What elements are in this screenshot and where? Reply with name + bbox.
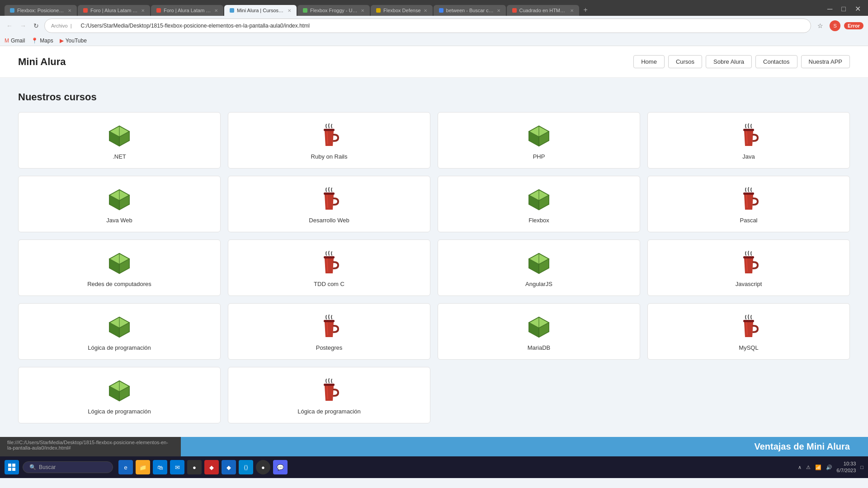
taskbar-search-box[interactable]: 🔍 Buscar	[23, 461, 113, 473]
course-card-10[interactable]: AngularJS	[438, 239, 640, 296]
course-icon-15	[736, 314, 761, 340]
start-button[interactable]	[5, 460, 19, 474]
tab-close-1[interactable]: ✕	[141, 8, 145, 13]
bookmark-youtube[interactable]: ▶ YouTube	[60, 38, 87, 44]
taskbar-discord-icon[interactable]: 💬	[273, 460, 288, 474]
course-name-6: Flexbox	[528, 217, 549, 224]
taskbar-edge-icon[interactable]: e	[118, 460, 133, 474]
tab-favicon-1	[83, 8, 88, 13]
course-icon-1	[316, 123, 342, 149]
tray-network-icon: 📶	[815, 465, 821, 470]
course-card-16[interactable]: Lógica de programación	[18, 367, 221, 423]
taskbar-blue-icon[interactable]: ◆	[222, 460, 236, 474]
tab-label-1: Foro | Alura Latam - Curs...	[90, 8, 138, 13]
bookmark-button[interactable]: ☆	[815, 21, 826, 30]
taskbar-app-icons: e 📁 🛍 ✉ ● ◆ ◆ ⟨⟩ ● 💬	[118, 460, 288, 474]
minimize-button[interactable]: ─	[825, 4, 835, 14]
course-card-12[interactable]: Lógica de programación	[18, 303, 221, 360]
browser-tab-2[interactable]: Foro | Alura Latam - Curs...✕	[151, 5, 223, 16]
course-card-14[interactable]: MariaDB	[438, 303, 640, 360]
browser-tab-3[interactable]: Mini Alura | Cursos online✕	[224, 5, 297, 16]
course-icon-4	[107, 187, 132, 212]
bottom-status-row: file:///C:/Users/StarMedia/Desktop/1815-…	[0, 437, 868, 456]
course-card-7[interactable]: Pascal	[647, 176, 850, 232]
course-name-1: Ruby on Rails	[311, 153, 348, 160]
tab-close-2[interactable]: ✕	[214, 8, 218, 13]
browser-tab-1[interactable]: Foro | Alura Latam - Curs...✕	[78, 5, 150, 16]
svg-rect-5	[324, 129, 335, 131]
taskbar-clock[interactable]: 10:33 6/7/2023	[837, 460, 856, 474]
nav-home[interactable]: Home	[633, 55, 665, 68]
taskbar-mail-icon[interactable]: ✉	[170, 460, 184, 474]
tab-label-7: Cuadrado en HTML y CSS ...	[519, 8, 567, 13]
course-card-6[interactable]: Flexbox	[438, 176, 640, 232]
course-name-12: Lógica de programación	[88, 344, 151, 351]
nav-cursos[interactable]: Cursos	[668, 55, 702, 68]
tray-chevron[interactable]: ∧	[798, 465, 802, 470]
forward-button[interactable]: →	[18, 21, 28, 30]
browser-tab-0[interactable]: Flexbox: Posicione eleme...✕	[5, 5, 77, 16]
nav-menu: Home Cursos Sobre Alura Contactos Nuestr…	[633, 55, 850, 68]
svg-rect-56	[8, 468, 11, 471]
tab-favicon-6	[439, 8, 443, 13]
course-card-8[interactable]: Redes de computadores	[18, 239, 221, 296]
bookmark-gmail[interactable]: M Gmail	[5, 38, 25, 44]
taskbar-store-icon[interactable]: 🛍	[153, 460, 167, 474]
taskbar-vscode-icon[interactable]: ⟨⟩	[239, 460, 253, 474]
course-name-7: Pascal	[740, 217, 757, 224]
course-card-5[interactable]: Desarrollo Web	[228, 176, 430, 232]
tab-close-7[interactable]: ✕	[570, 8, 574, 13]
course-icon-0	[107, 123, 132, 149]
course-card-0[interactable]: .NET	[18, 112, 221, 169]
site-title: Mini Alura	[18, 56, 66, 68]
course-card-4[interactable]: Java Web	[18, 176, 221, 232]
tab-close-6[interactable]: ✕	[497, 8, 500, 13]
address-input[interactable]	[75, 21, 805, 31]
courses-grid: .NET Ruby on Rails PHP	[18, 112, 850, 423]
tab-close-3[interactable]: ✕	[288, 8, 291, 13]
svg-rect-35	[743, 256, 754, 258]
tray-notification-icon[interactable]: □	[860, 465, 863, 470]
course-icon-2	[526, 123, 552, 149]
status-bar-left: file:///C:/Users/StarMedia/Desktop/1815-…	[0, 437, 181, 456]
course-card-1[interactable]: Ruby on Rails	[228, 112, 430, 169]
course-card-15[interactable]: MySQL	[647, 303, 850, 360]
nav-nuestra-app[interactable]: Nuestra APP	[801, 55, 850, 68]
course-icon-8	[107, 251, 132, 276]
nav-sobre-alura[interactable]: Sobre Alura	[706, 55, 752, 68]
course-icon-12	[107, 314, 132, 340]
nav-contactos[interactable]: Contactos	[755, 55, 797, 68]
taskbar-chrome-icon[interactable]: ●	[187, 460, 202, 474]
tab-close-0[interactable]: ✕	[68, 8, 71, 13]
browser-tab-6[interactable]: between - Buscar con Go...✕	[434, 5, 506, 16]
profile-button[interactable]: S	[830, 20, 840, 31]
course-card-13[interactable]: Postegres	[228, 303, 430, 360]
browser-tab-4[interactable]: Flexbox Froggy - Un jueg...✕	[297, 5, 370, 16]
maximize-button[interactable]: □	[839, 4, 849, 14]
status-bar-right: Ventajas de Mini Alura	[181, 437, 868, 456]
taskbar-chrome2-icon[interactable]: ●	[256, 460, 270, 474]
course-name-14: MariaDB	[528, 344, 551, 351]
course-card-3[interactable]: Java	[647, 112, 850, 169]
course-icon-6	[526, 187, 552, 212]
taskbar-file-icon[interactable]: 📁	[136, 460, 150, 474]
course-card-11[interactable]: Javascript	[647, 239, 850, 296]
bookmark-maps[interactable]: 📍 Maps	[31, 38, 53, 44]
svg-rect-55	[12, 464, 15, 467]
course-name-5: Desarrollo Web	[309, 217, 349, 224]
course-card-17[interactable]: Lógica de programación	[228, 367, 430, 423]
tab-close-5[interactable]: ✕	[424, 8, 427, 13]
tab-close-4[interactable]: ✕	[361, 8, 364, 13]
taskbar-red-icon[interactable]: ◆	[204, 460, 219, 474]
browser-tab-5[interactable]: Flexbox Defense✕	[371, 5, 433, 16]
course-card-9[interactable]: TDD com C	[228, 239, 430, 296]
back-button[interactable]: ←	[5, 21, 14, 30]
refresh-button[interactable]: ↻	[32, 21, 41, 30]
site-header: Mini Alura Home Cursos Sobre Alura Conta…	[0, 46, 868, 78]
new-tab-button[interactable]: +	[580, 4, 591, 16]
tray-sound-icon: 🔊	[826, 465, 832, 470]
browser-tab-7[interactable]: Cuadrado en HTML y CSS ...✕	[507, 5, 579, 16]
close-button[interactable]: ✕	[852, 4, 863, 14]
course-card-2[interactable]: PHP	[438, 112, 640, 169]
course-icon-3	[736, 123, 761, 149]
